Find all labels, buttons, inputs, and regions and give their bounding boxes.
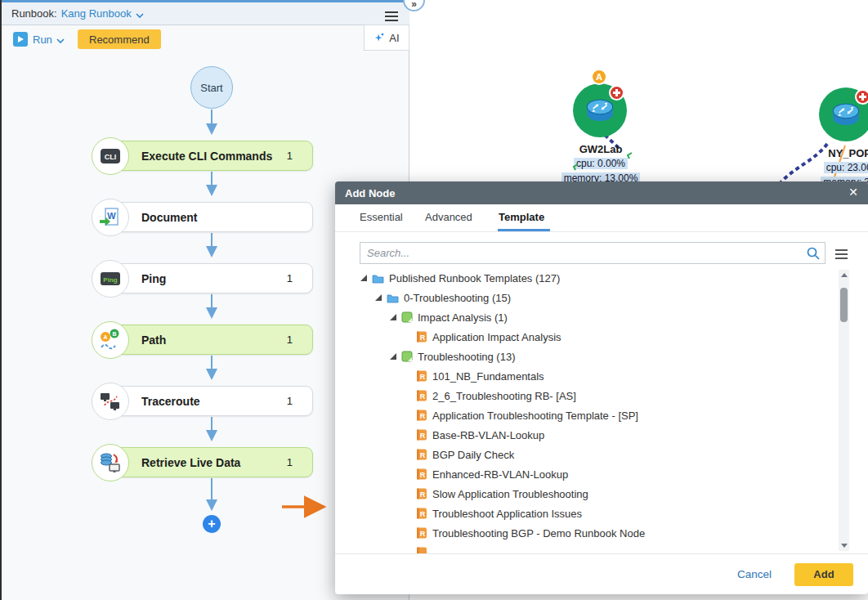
scrollbar-thumb[interactable]	[840, 288, 848, 322]
flow-node-execute-cli[interactable]: CLI Execute CLI Commands 1	[96, 141, 313, 171]
window-edge	[0, 0, 2, 600]
expander-icon[interactable]	[360, 274, 368, 282]
expander-spacer	[404, 529, 412, 537]
tree-label: Troubleshooting BGP - Demo Runbook Node	[432, 527, 645, 540]
svg-text:R: R	[420, 451, 426, 459]
cancel-button[interactable]: Cancel	[737, 568, 772, 580]
tab-advanced[interactable]: Advanced	[425, 211, 472, 223]
data-unit-icon	[571, 163, 579, 171]
svg-text:R: R	[420, 392, 426, 401]
tree-item[interactable]: R Troubleshoot Application Issues	[355, 504, 835, 523]
recommend-label: Recommend	[89, 34, 150, 46]
flow-node-path[interactable]: AB Path 1	[96, 325, 313, 355]
tree-item[interactable]: R BGP Daily Check	[355, 445, 835, 464]
tree-label: BGP Daily Check	[432, 449, 514, 461]
add-node-dialog: Add Node ✕ Essential Advanced Template P…	[335, 181, 868, 594]
active-tab-underline	[498, 229, 550, 231]
expander-spacer	[404, 392, 412, 400]
expander-icon[interactable]	[374, 293, 383, 302]
search-input[interactable]	[360, 243, 825, 263]
scrollbar[interactable]	[839, 270, 849, 551]
tree-label: 2_6_Troubleshooting RB- [AS]	[432, 390, 576, 402]
tree-item[interactable]: R Slow Application Troubleshooting	[355, 484, 835, 504]
tree-item[interactable]: R Troubleshooting BGP - Demo Runbook Nod…	[355, 523, 835, 543]
tree-label: 101_NB_Fundamentals	[432, 370, 544, 383]
runbook-name[interactable]: Kang Runbook	[61, 7, 132, 20]
expander-icon[interactable]	[389, 352, 397, 360]
template-tree: Published Runbook Templates (127) 0-Trou…	[355, 268, 835, 553]
path-icon: AB	[92, 321, 129, 359]
tree-label: Published Runbook Templates (127)	[389, 272, 560, 284]
run-label: Run	[33, 34, 52, 46]
tree-item[interactable]: R Application Troubleshooting Template -…	[355, 405, 835, 425]
expander-spacer	[404, 431, 412, 439]
tree-label: Enhanced-RB-VLAN-Lookup	[432, 468, 568, 481]
assurance-badge: A	[591, 69, 607, 85]
svg-text:R: R	[420, 510, 426, 518]
node-count: 1	[287, 150, 293, 162]
device-labels: GW2Lab cpu: 0.00% memory: 13.00%	[542, 143, 660, 185]
chevron-down-icon[interactable]	[136, 7, 144, 21]
sparkle-icon	[374, 32, 385, 43]
device-name[interactable]: GW2Lab	[542, 143, 660, 155]
template-folder-icon	[401, 351, 413, 362]
template-folder-icon	[401, 311, 413, 323]
svg-text:R: R	[420, 490, 426, 499]
tree-folder[interactable]: Published Runbook Templates (127)	[355, 268, 835, 288]
runbook-icon: R	[416, 429, 427, 441]
cpu-metric[interactable]: cpu: 0.00%	[574, 158, 628, 169]
scroll-down-icon[interactable]	[839, 540, 849, 551]
tree-item[interactable]: R Base-RB-VLAN-Lookup	[355, 425, 835, 445]
tab-essential[interactable]: Essential	[360, 211, 403, 223]
tab-template[interactable]: Template	[499, 211, 544, 223]
svg-text:B: B	[112, 331, 116, 337]
tree-folder[interactable]: 0-Troubleshooting (15)	[355, 288, 835, 307]
flow-node-ping[interactable]: Ping Ping 1	[96, 263, 313, 293]
node-label: Retrieve Live Data	[141, 456, 240, 469]
search-icon[interactable]	[806, 246, 821, 264]
flow-node-retrieve-live-data[interactable]: Retrieve Live Data 1	[96, 447, 313, 477]
tree-item[interactable]: R 2_6_Troubleshooting RB- [AS]	[355, 386, 835, 405]
flow-node-traceroute[interactable]: Traceroute 1	[96, 386, 313, 416]
app-window: A GW2Lab cpu: 0.00% memory: 13.00%	[0, 0, 868, 600]
tree-item-partial[interactable]	[355, 543, 835, 553]
expander-icon[interactable]	[389, 313, 397, 321]
start-label: Start	[200, 82, 222, 94]
tree-label: Slow Application Troubleshooting	[432, 488, 588, 500]
device-name[interactable]: NY_POPP	[793, 147, 868, 159]
runbook-icon: R	[416, 370, 427, 382]
dialog-tabs: Essential Advanced Template	[335, 204, 868, 232]
tree-folder[interactable]: Impact Analysis (1)	[355, 307, 835, 327]
list-options-icon[interactable]	[835, 247, 848, 262]
add-step-button[interactable]: +	[203, 515, 221, 533]
alert-badge-icon	[609, 85, 624, 101]
tree-item[interactable]: R 101_NB_Fundamentals	[355, 366, 835, 386]
cpu-metric[interactable]: cpu: 23.00%	[824, 162, 868, 173]
tree-folder[interactable]: Troubleshooting (13)	[355, 347, 835, 366]
retrieve-live-data-icon	[92, 444, 129, 481]
expander-spacer	[404, 372, 412, 380]
badge-letter: A	[596, 72, 602, 82]
close-icon[interactable]: ✕	[848, 186, 858, 199]
tree-label: Application Troubleshooting Template - […	[432, 410, 638, 422]
flow-node-start[interactable]: Start	[190, 66, 233, 109]
add-button[interactable]: Add	[794, 563, 853, 586]
run-button[interactable]: Run	[13, 32, 65, 47]
expander-spacer	[404, 509, 412, 517]
node-count: 1	[287, 456, 293, 468]
panel-menu-icon[interactable]	[385, 9, 398, 24]
recommend-button[interactable]: Recommend	[78, 29, 161, 49]
expander-spacer	[404, 411, 412, 419]
tree-item[interactable]: R Enhanced-RB-VLAN-Lookup	[355, 464, 835, 484]
runbook-icon	[416, 547, 427, 553]
node-label: Traceroute	[141, 395, 200, 408]
chevron-down-icon[interactable]	[56, 32, 65, 47]
svg-text:R: R	[420, 373, 426, 381]
cli-icon: CLI	[92, 137, 129, 175]
tree-item[interactable]: R Application Impact Analysis	[355, 327, 835, 347]
dialog-titlebar[interactable]: Add Node ✕	[335, 181, 868, 204]
scroll-up-icon[interactable]	[839, 270, 849, 280]
flow-node-document[interactable]: W Document	[96, 202, 313, 232]
svg-text:R: R	[420, 471, 426, 479]
ai-button[interactable]: AI	[364, 25, 409, 51]
